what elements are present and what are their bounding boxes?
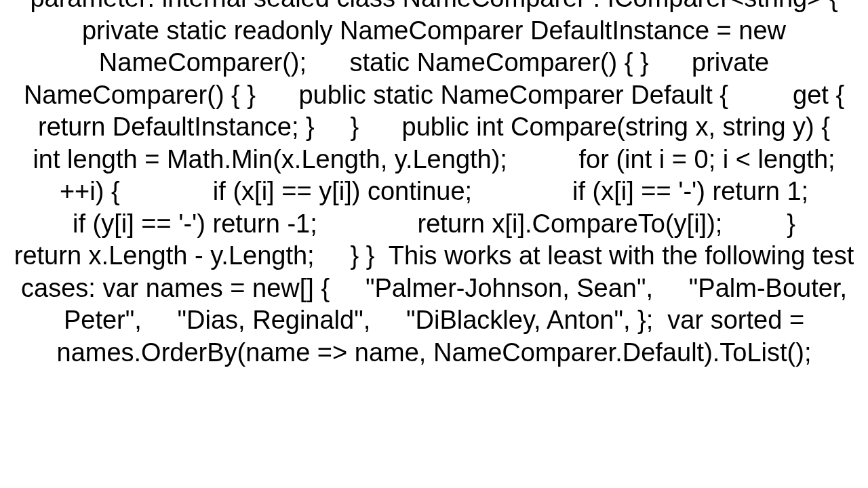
document-body-text: parameter: internal sealed class NameCom…	[0, 0, 868, 369]
